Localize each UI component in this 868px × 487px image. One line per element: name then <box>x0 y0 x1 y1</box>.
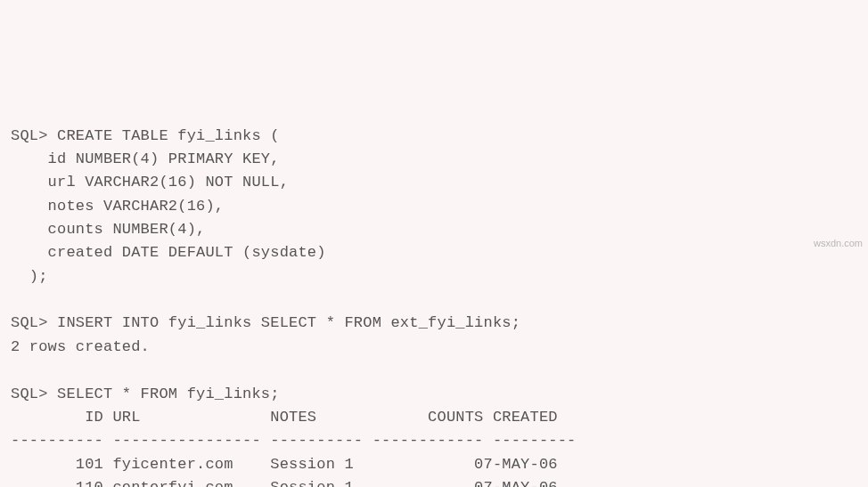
result-row-1: 101 fyicenter.com Session 1 07-MAY-06 <box>11 456 558 473</box>
sql-terminal-output: SQL> CREATE TABLE fyi_links ( id NUMBER(… <box>11 101 857 487</box>
create-table-line2: id NUMBER(4) PRIMARY KEY, <box>11 150 280 167</box>
select-statement: SQL> SELECT * FROM fyi_links; <box>11 386 280 402</box>
create-table-line4: notes VARCHAR2(16), <box>11 198 224 215</box>
create-table-line3: url VARCHAR2(16) NOT NULL, <box>11 174 289 191</box>
result-separator: ---------- ---------------- ---------- -… <box>11 432 577 449</box>
create-table-line1: SQL> CREATE TABLE fyi_links ( <box>11 127 280 144</box>
result-header: ID URL NOTES COUNTS CREATED <box>11 409 558 426</box>
create-table-line5: counts NUMBER(4), <box>11 221 205 238</box>
insert-result: 2 rows created. <box>11 338 150 355</box>
insert-statement: SQL> INSERT INTO fyi_links SELECT * FROM… <box>11 314 520 331</box>
create-table-line7: ); <box>11 268 48 285</box>
watermark-text: wsxdn.com <box>814 236 863 251</box>
result-row-2: 110 centerfyi.com Session 1 07-MAY-06 <box>11 479 558 487</box>
create-table-line6: created DATE DEFAULT (sysdate) <box>11 244 326 261</box>
